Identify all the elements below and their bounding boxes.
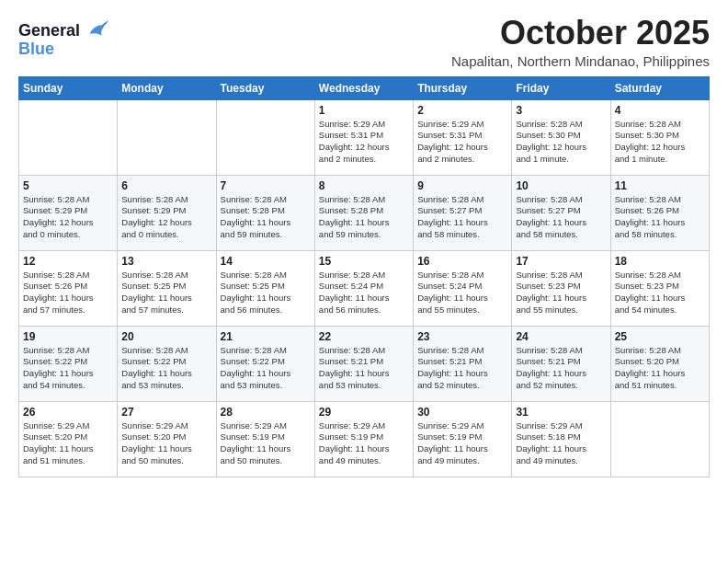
calendar-week-row: 1Sunrise: 5:29 AM Sunset: 5:31 PM Daylig… (19, 99, 710, 175)
calendar-week-row: 19Sunrise: 5:28 AM Sunset: 5:22 PM Dayli… (19, 326, 710, 401)
day-content: Sunrise: 5:28 AM Sunset: 5:23 PM Dayligh… (615, 270, 705, 316)
day-content: Sunrise: 5:28 AM Sunset: 5:21 PM Dayligh… (516, 345, 606, 392)
day-content: Sunrise: 5:28 AM Sunset: 5:20 PM Dayligh… (615, 345, 705, 392)
day-number: 8 (319, 179, 409, 192)
day-content: Sunrise: 5:28 AM Sunset: 5:21 PM Dayligh… (417, 345, 507, 392)
table-row: 11Sunrise: 5:28 AM Sunset: 5:26 PM Dayli… (610, 175, 709, 250)
day-content: Sunrise: 5:28 AM Sunset: 5:27 PM Dayligh… (516, 194, 606, 241)
table-row: 27Sunrise: 5:29 AM Sunset: 5:20 PM Dayli… (118, 401, 216, 477)
col-saturday: Saturday (610, 76, 709, 99)
calendar-week-row: 12Sunrise: 5:28 AM Sunset: 5:26 PM Dayli… (19, 250, 710, 326)
table-row: 7Sunrise: 5:28 AM Sunset: 5:28 PM Daylig… (216, 175, 314, 250)
day-content: Sunrise: 5:28 AM Sunset: 5:24 PM Dayligh… (319, 270, 409, 316)
table-row: 16Sunrise: 5:28 AM Sunset: 5:24 PM Dayli… (414, 250, 512, 326)
table-row: 14Sunrise: 5:28 AM Sunset: 5:25 PM Dayli… (216, 250, 314, 326)
day-content: Sunrise: 5:29 AM Sunset: 5:19 PM Dayligh… (221, 420, 311, 467)
table-row: 20Sunrise: 5:28 AM Sunset: 5:22 PM Dayli… (118, 326, 216, 401)
day-content: Sunrise: 5:28 AM Sunset: 5:28 PM Dayligh… (319, 194, 409, 241)
table-row: 19Sunrise: 5:28 AM Sunset: 5:22 PM Dayli… (19, 326, 118, 401)
title-block: October 2025 Napalitan, Northern Mindana… (451, 15, 710, 69)
table-row: 22Sunrise: 5:28 AM Sunset: 5:21 PM Dayli… (314, 326, 413, 401)
logo-bird-icon (83, 18, 108, 44)
col-thursday: Thursday (414, 76, 512, 99)
day-content: Sunrise: 5:28 AM Sunset: 5:26 PM Dayligh… (615, 194, 705, 241)
day-content: Sunrise: 5:28 AM Sunset: 5:27 PM Dayligh… (417, 194, 507, 241)
table-row: 13Sunrise: 5:28 AM Sunset: 5:25 PM Dayli… (118, 250, 216, 326)
day-number: 30 (417, 406, 507, 419)
day-number: 15 (319, 255, 409, 268)
table-row: 24Sunrise: 5:28 AM Sunset: 5:21 PM Dayli… (512, 326, 610, 401)
calendar-table: Sunday Monday Tuesday Wednesday Thursday… (18, 76, 710, 477)
day-content: Sunrise: 5:29 AM Sunset: 5:19 PM Dayligh… (417, 420, 507, 467)
location: Napalitan, Northern Mindanao, Philippine… (451, 53, 710, 69)
day-number: 25 (615, 330, 705, 343)
table-row: 25Sunrise: 5:28 AM Sunset: 5:20 PM Dayli… (610, 326, 709, 401)
table-row: 9Sunrise: 5:28 AM Sunset: 5:27 PM Daylig… (414, 175, 512, 250)
calendar-header-row: Sunday Monday Tuesday Wednesday Thursday… (19, 76, 710, 99)
day-number: 14 (221, 255, 311, 268)
day-content: Sunrise: 5:28 AM Sunset: 5:22 PM Dayligh… (221, 345, 311, 392)
day-content: Sunrise: 5:29 AM Sunset: 5:20 PM Dayligh… (23, 420, 113, 467)
day-number: 6 (121, 179, 211, 192)
month-title: October 2025 (451, 15, 710, 52)
day-number: 3 (516, 104, 606, 117)
day-content: Sunrise: 5:28 AM Sunset: 5:22 PM Dayligh… (23, 345, 113, 392)
table-row: 12Sunrise: 5:28 AM Sunset: 5:26 PM Dayli… (19, 250, 118, 326)
day-number: 16 (417, 255, 507, 268)
day-content: Sunrise: 5:29 AM Sunset: 5:31 PM Dayligh… (417, 119, 507, 166)
day-number: 2 (417, 104, 507, 117)
day-number: 5 (23, 179, 113, 192)
day-number: 19 (23, 330, 113, 343)
logo: General Blue (18, 18, 108, 59)
day-number: 10 (516, 179, 606, 192)
day-content: Sunrise: 5:28 AM Sunset: 5:29 PM Dayligh… (121, 194, 211, 241)
day-content: Sunrise: 5:28 AM Sunset: 5:24 PM Dayligh… (417, 270, 507, 316)
table-row: 6Sunrise: 5:28 AM Sunset: 5:29 PM Daylig… (118, 175, 216, 250)
table-row: 29Sunrise: 5:29 AM Sunset: 5:19 PM Dayli… (314, 401, 413, 477)
table-row: 4Sunrise: 5:28 AM Sunset: 5:30 PM Daylig… (610, 99, 709, 175)
day-content: Sunrise: 5:29 AM Sunset: 5:18 PM Dayligh… (516, 420, 606, 467)
day-content: Sunrise: 5:28 AM Sunset: 5:29 PM Dayligh… (23, 194, 113, 241)
table-row: 26Sunrise: 5:29 AM Sunset: 5:20 PM Dayli… (19, 401, 118, 477)
col-sunday: Sunday (19, 76, 118, 99)
day-content: Sunrise: 5:28 AM Sunset: 5:25 PM Dayligh… (221, 270, 311, 316)
day-content: Sunrise: 5:29 AM Sunset: 5:31 PM Dayligh… (319, 119, 409, 166)
day-number: 21 (221, 330, 311, 343)
day-number: 28 (221, 406, 311, 419)
day-number: 12 (23, 255, 113, 268)
table-row: 8Sunrise: 5:28 AM Sunset: 5:28 PM Daylig… (314, 175, 413, 250)
table-row (19, 99, 118, 175)
calendar-week-row: 26Sunrise: 5:29 AM Sunset: 5:20 PM Dayli… (19, 401, 710, 477)
table-row: 28Sunrise: 5:29 AM Sunset: 5:19 PM Dayli… (216, 401, 314, 477)
day-number: 22 (319, 330, 409, 343)
table-row: 21Sunrise: 5:28 AM Sunset: 5:22 PM Dayli… (216, 326, 314, 401)
table-row: 30Sunrise: 5:29 AM Sunset: 5:19 PM Dayli… (414, 401, 512, 477)
day-number: 4 (615, 104, 705, 117)
table-row: 15Sunrise: 5:28 AM Sunset: 5:24 PM Dayli… (314, 250, 413, 326)
table-row: 10Sunrise: 5:28 AM Sunset: 5:27 PM Dayli… (512, 175, 610, 250)
col-friday: Friday (512, 76, 610, 99)
day-number: 13 (121, 255, 211, 268)
table-row: 31Sunrise: 5:29 AM Sunset: 5:18 PM Dayli… (512, 401, 610, 477)
day-content: Sunrise: 5:29 AM Sunset: 5:19 PM Dayligh… (319, 420, 409, 467)
table-row (216, 99, 314, 175)
day-number: 31 (516, 406, 606, 419)
day-number: 24 (516, 330, 606, 343)
day-number: 17 (516, 255, 606, 268)
table-row: 18Sunrise: 5:28 AM Sunset: 5:23 PM Dayli… (610, 250, 709, 326)
table-row (118, 99, 216, 175)
day-number: 1 (319, 104, 409, 117)
table-row: 2Sunrise: 5:29 AM Sunset: 5:31 PM Daylig… (414, 99, 512, 175)
table-row: 3Sunrise: 5:28 AM Sunset: 5:30 PM Daylig… (512, 99, 610, 175)
calendar-week-row: 5Sunrise: 5:28 AM Sunset: 5:29 PM Daylig… (19, 175, 710, 250)
table-row: 17Sunrise: 5:28 AM Sunset: 5:23 PM Dayli… (512, 250, 610, 326)
day-content: Sunrise: 5:28 AM Sunset: 5:22 PM Dayligh… (121, 345, 211, 392)
day-number: 23 (417, 330, 507, 343)
table-row: 1Sunrise: 5:29 AM Sunset: 5:31 PM Daylig… (314, 99, 413, 175)
day-content: Sunrise: 5:28 AM Sunset: 5:23 PM Dayligh… (516, 270, 606, 316)
day-content: Sunrise: 5:29 AM Sunset: 5:20 PM Dayligh… (121, 420, 211, 467)
col-monday: Monday (118, 76, 216, 99)
day-content: Sunrise: 5:28 AM Sunset: 5:28 PM Dayligh… (221, 194, 311, 241)
table-row (610, 401, 709, 477)
page-container: General Blue October 2025 Napalitan, Nor… (0, 0, 728, 487)
